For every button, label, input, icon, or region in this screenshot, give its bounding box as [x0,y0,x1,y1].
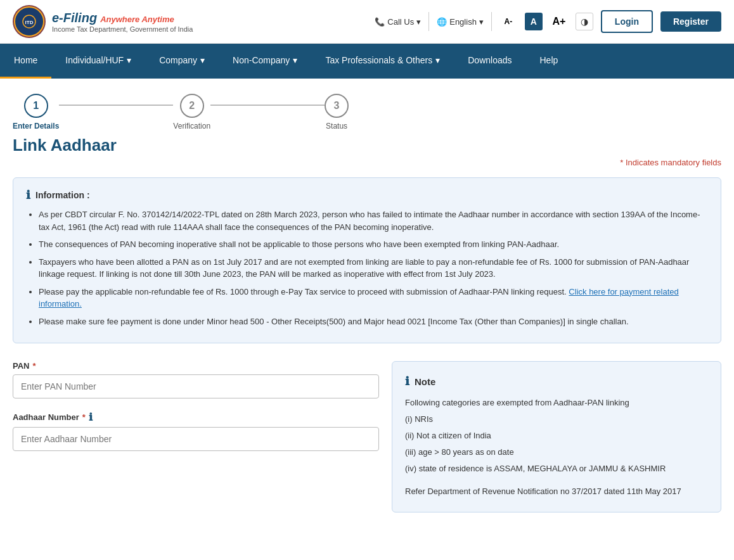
aadhaar-field-group: Aadhaar Number * ℹ [13,411,379,451]
logo-title: e-Filing Anywhere Anytime [52,11,193,25]
info-bullet-3: Taxpayers who have been allotted a PAN a… [39,256,708,281]
step-3-label: Status [326,122,347,130]
info-bullet-1: As per CBDT circular F. No. 370142/14/20… [39,208,708,233]
nav-company[interactable]: Company ▾ [145,44,219,79]
pan-label-text: PAN [13,361,29,371]
nav-individual-huf-arrow: ▾ [127,55,131,65]
font-medium-button[interactable]: A [525,13,543,30]
note-cat-2: (ii) Not a citizen of India [405,429,708,443]
call-dropdown-icon: ▾ [416,17,421,27]
top-bar: ITD e-Filing Anywhere Anytime Income Tax… [0,0,734,44]
logo-emblem: ITD [13,5,46,38]
logo-subtitle: Income Tax Department, Government of Ind… [52,25,193,33]
info-box: ℹ Information : As per CBDT circular F. … [13,177,721,343]
step-1: 1 Enter Details [13,94,59,130]
info-bullet-4: Please pay the applicable non-refundable… [39,286,708,310]
pan-label: PAN * [13,361,379,371]
note-body: Following categories are exempted from A… [405,396,708,499]
aadhaar-input[interactable] [13,427,379,451]
mandatory-note: * Indicates mandatory fields [0,158,734,172]
nav-tax-professionals[interactable]: Tax Professionals & Others ▾ [311,44,454,79]
language-button[interactable]: 🌐 English ▾ [437,17,484,27]
aadhaar-required-star: * [82,412,86,422]
form-area: PAN * Aadhaar Number * ℹ ℹ Note Followin… [0,348,734,525]
nav-downloads[interactable]: Downloads [454,44,525,79]
note-reference: Refer Department of Revenue Notification… [405,485,708,499]
mandatory-text: Indicates mandatory fields [626,158,721,167]
note-info-icon: ℹ [405,374,409,388]
language-label: English [449,17,477,27]
step-2-label: Verification [173,122,210,130]
form-left: PAN * Aadhaar Number * ℹ [13,361,379,512]
aadhaar-label-text: Aadhaar Number [13,412,79,422]
info-bullet-4-text: Please pay the applicable non-refundable… [39,287,569,296]
note-box: ℹ Note Following categories are exempted… [392,361,721,512]
nav-home[interactable]: Home [0,44,51,79]
info-bullet-5: Please make sure fee payment is done und… [39,315,708,328]
font-large-button[interactable]: A+ [550,13,568,30]
login-button[interactable]: Login [601,10,653,33]
info-header: ℹ Information : [26,188,708,202]
navigation: Home Individual/HUF ▾ Company ▾ Non-Comp… [0,44,734,79]
pan-input[interactable] [13,374,379,398]
call-us-label: Call Us [387,17,414,27]
nav-non-company-label: Non-Company [233,55,290,65]
header-controls: 📞 Call Us ▾ 🌐 English ▾ A- A A+ ◑ Login … [375,10,721,33]
logo-area: ITD e-Filing Anywhere Anytime Income Tax… [13,5,193,38]
info-circle-icon: ℹ [26,188,30,202]
logo-text: e-Filing Anywhere Anytime Income Tax Dep… [52,11,193,33]
pan-required-star: * [32,361,35,371]
note-header: ℹ Note [405,374,708,388]
nav-company-arrow: ▾ [200,55,205,65]
mandatory-star: * [620,158,623,167]
font-small-button[interactable]: A- [499,13,517,30]
contrast-toggle[interactable]: ◑ [576,13,593,30]
note-heading: Note [415,376,435,387]
info-heading: Information : [35,190,90,200]
aadhaar-label: Aadhaar Number * ℹ [13,411,379,423]
lang-dropdown-icon: ▾ [479,17,484,27]
step-3: 3 Status [325,94,349,130]
nav-individual-huf-label: Individual/HUF [65,55,124,65]
page-title: Link Aadhaar [0,130,734,158]
note-cat-3: (iii) age > 80 years as on date [405,445,708,459]
note-cat-1: (i) NRIs [405,412,708,426]
info-list: As per CBDT circular F. No. 370142/14/20… [26,208,708,328]
divider-2 [491,12,492,31]
phone-icon: 📞 [375,17,385,27]
globe-icon: 🌐 [437,17,447,27]
logo-tagline: Anywhere Anytime [100,15,174,24]
nav-tax-professionals-arrow: ▾ [435,55,440,65]
call-us-button[interactable]: 📞 Call Us ▾ [375,17,421,27]
step-2-circle: 2 [180,94,204,118]
step-connector-1 [59,105,173,106]
note-intro: Following categories are exempted from A… [405,396,708,410]
nav-non-company-arrow: ▾ [293,55,297,65]
nav-help[interactable]: Help [526,44,572,79]
step-2: 2 Verification [173,94,210,130]
note-cat-4: (iv) state of residence is ASSAM, MEGHAL… [405,462,708,476]
info-bullet-2: The consequences of PAN becoming inopera… [39,238,708,251]
register-button[interactable]: Register [660,11,721,32]
step-1-circle: 1 [24,94,48,118]
stepper: 1 Enter Details 2 Verification 3 Status [0,79,734,130]
step-connector-2 [210,105,325,106]
step-3-circle: 3 [325,94,349,118]
nav-non-company[interactable]: Non-Company ▾ [219,44,311,79]
svg-text:ITD: ITD [25,20,34,25]
nav-company-label: Company [159,55,197,65]
contrast-icon: ◑ [581,16,588,27]
pan-field-group: PAN * [13,361,379,398]
aadhaar-info-icon[interactable]: ℹ [89,411,93,423]
nav-tax-professionals-label: Tax Professionals & Others [325,55,432,65]
step-1-label: Enter Details [13,122,59,130]
nav-individual-huf[interactable]: Individual/HUF ▾ [51,44,145,79]
divider-1 [428,12,429,31]
